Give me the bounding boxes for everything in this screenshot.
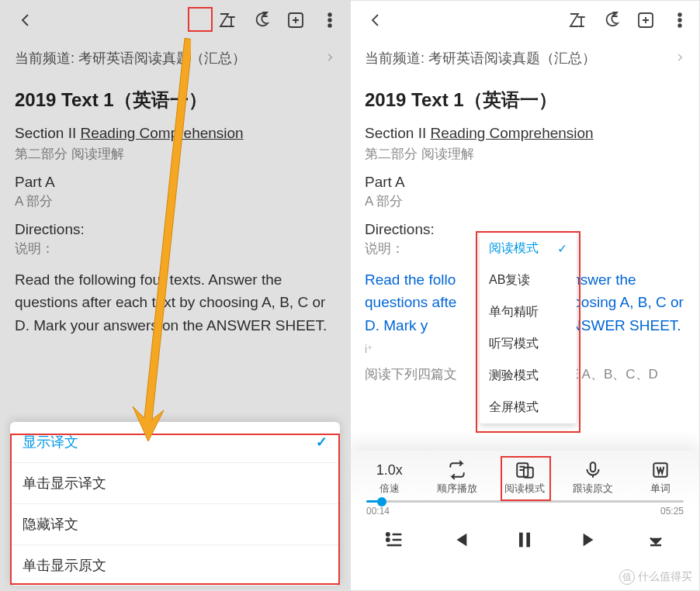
menu-item-click-show-original[interactable]: 单击显示原文 (10, 545, 340, 586)
watermark-logo: 值 (619, 569, 635, 585)
left-screen: 当前频道: 考研英语阅读真题（汇总） 2019 Text 1（英语一） Sect… (0, 0, 350, 591)
repeat-icon (447, 458, 467, 482)
pause-icon[interactable] (514, 529, 535, 554)
mode-item-ab[interactable]: AB复读 (480, 264, 577, 296)
play-order-button[interactable]: 顺序播放 (430, 458, 484, 496)
directions-label: Directions: (15, 221, 335, 238)
svg-point-1 (328, 13, 331, 16)
top-bar (1, 1, 349, 40)
channel-prefix: 当前频道: (15, 49, 75, 67)
more-icon[interactable] (670, 10, 690, 30)
mode-item-sentence[interactable]: 单句精听 (480, 296, 577, 328)
svg-point-12 (386, 533, 390, 536)
svg-point-7 (678, 24, 681, 27)
svg-point-3 (328, 24, 331, 27)
more-icon[interactable] (320, 10, 340, 30)
part-label: Part A (365, 174, 685, 191)
svg-point-2 (328, 19, 331, 22)
chevron-right-icon (324, 50, 335, 67)
mode-item-test[interactable]: 测验模式 (480, 360, 577, 392)
mode-item-reading[interactable]: 阅读模式 (480, 233, 577, 264)
add-icon[interactable] (286, 10, 306, 30)
translate-icon[interactable] (567, 10, 587, 30)
back-icon[interactable] (360, 10, 391, 30)
mode-popup-menu: 阅读模式 AB复读 单句精听 听写模式 测验模式 全屏模式 (480, 233, 577, 423)
prev-icon[interactable] (449, 529, 470, 554)
directions-sub: 说明： (15, 240, 335, 257)
next-icon[interactable] (580, 529, 601, 554)
svg-rect-14 (519, 533, 523, 548)
content-area: 2019 Text 1（英语一） Section II Reading Comp… (1, 88, 349, 337)
word-button[interactable]: 单词 (633, 458, 688, 496)
section-sub: 第二部分 阅读理解 (15, 145, 335, 163)
watermark: 值 什么值得买 (619, 569, 692, 585)
menu-item-show-translation[interactable]: 显示译文 (10, 422, 340, 463)
svg-point-5 (678, 13, 681, 16)
time-duration: 05:25 (660, 506, 684, 517)
close-player-icon[interactable] (645, 529, 667, 554)
section-sub: 第二部分 阅读理解 (365, 145, 685, 163)
channel-row[interactable]: 当前频道: 考研英语阅读真题（汇总） (1, 40, 349, 77)
page-title: 2019 Text 1（英语一） (15, 88, 335, 112)
menu-item-click-show-translation[interactable]: 单击显示译文 (10, 463, 340, 504)
svg-point-13 (386, 538, 390, 541)
time-current: 00:14 (366, 506, 390, 517)
channel-name: 考研英语阅读真题（汇总） (428, 49, 596, 67)
back-icon[interactable] (10, 10, 41, 30)
part-sub: A 部分 (15, 192, 335, 210)
word-icon (650, 458, 671, 482)
speed-button[interactable]: 1.0x 倍速 (362, 458, 417, 496)
page-title: 2019 Text 1（英语一） (365, 88, 685, 112)
part-label: Part A (15, 174, 335, 191)
progress-slider[interactable] (351, 497, 699, 506)
translate-icon[interactable] (217, 10, 237, 30)
sleep-timer-icon[interactable] (601, 10, 622, 30)
menu-item-hide-translation[interactable]: 隐藏译文 (10, 504, 340, 545)
channel-row[interactable]: 当前频道: 考研英语阅读真题（汇总） (351, 40, 699, 77)
chevron-right-icon (674, 50, 685, 67)
channel-prefix: 当前频道: (365, 49, 425, 67)
follow-read-button[interactable]: 跟读原文 (566, 458, 620, 496)
reading-mode-icon (515, 458, 535, 482)
svg-rect-10 (591, 462, 596, 472)
mode-item-dictation[interactable]: 听写模式 (480, 328, 577, 360)
sleep-timer-icon[interactable] (251, 10, 272, 30)
add-icon[interactable] (636, 10, 656, 30)
playlist-icon[interactable] (383, 529, 405, 554)
reading-mode-button[interactable]: 阅读模式 (497, 458, 552, 496)
svg-point-6 (678, 19, 681, 22)
mode-item-fullscreen[interactable]: 全屏模式 (480, 392, 577, 423)
section-heading: Section II Reading Comprehension (15, 125, 335, 142)
top-bar (351, 1, 699, 40)
channel-name: 考研英语阅读真题（汇总） (78, 49, 246, 67)
body-text: Read the following four texts. Answer th… (15, 268, 335, 337)
watermark-text: 什么值得买 (638, 570, 692, 584)
svg-rect-15 (527, 533, 531, 548)
translate-menu: 显示译文 单击显示译文 隐藏译文 单击显示原文 (10, 422, 340, 586)
section-heading: Section II Reading Comprehension (365, 125, 685, 142)
part-sub: A 部分 (365, 192, 685, 210)
mic-icon (583, 458, 603, 482)
